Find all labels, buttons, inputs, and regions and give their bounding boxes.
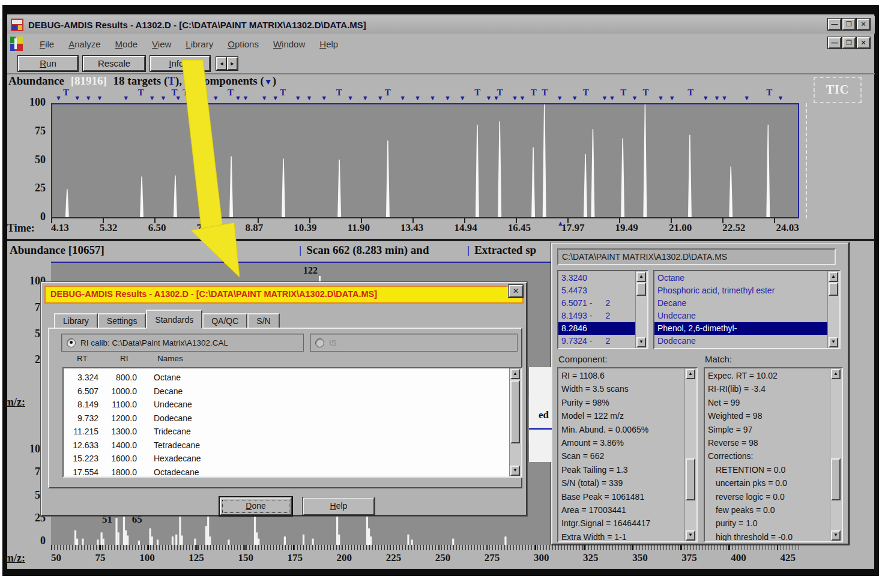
component-marker-icon: ▼ (74, 94, 80, 101)
menu-item[interactable]: Library (178, 37, 220, 51)
rt-list-item[interactable]: 3.3240 (558, 272, 647, 284)
compound-list-item[interactable]: Undecane (654, 310, 839, 322)
scroll-up-icon[interactable]: ▲ (636, 272, 646, 282)
scroll-down-icon[interactable]: ▼ (829, 337, 838, 347)
standards-row[interactable]: 11.215 1300.0 Tridecane (64, 425, 521, 439)
rt-list-item[interactable]: 6.5071 -2 (558, 297, 647, 310)
scroll-up-icon[interactable]: ▲ (829, 272, 838, 282)
standards-row[interactable]: 6.507 1000.0 Decane (64, 385, 521, 398)
mz-axis: 5075100125150175200225250275300325350375… (51, 552, 796, 564)
menu-item[interactable]: Mode (108, 37, 145, 51)
y-tick-label: 0 (40, 211, 46, 223)
mz-tick-label: 150 (238, 552, 253, 564)
menu-item[interactable]: Window (266, 37, 312, 51)
y-tick-label: 50 (35, 154, 46, 166)
rt-list-scrollbar[interactable]: ▲ ▼ (635, 271, 647, 348)
compound-list-item[interactable]: Octane (654, 272, 839, 284)
tic-mode-badge[interactable]: TIC (814, 77, 862, 103)
dialog-tab[interactable]: QA/QC (202, 313, 247, 329)
data-file-path[interactable]: C:\DATA\PAINT MATRIX\A1302.D\DATA.MS (557, 248, 836, 265)
spectrum-abundance-label: Abundance [10657] (10, 244, 104, 256)
dialog-tab[interactable]: Settings (98, 313, 146, 329)
scrollbar-thumb[interactable] (510, 380, 520, 443)
info-button[interactable]: Info... (150, 56, 210, 71)
standards-row[interactable]: 3.324 800.0 Octane (64, 371, 521, 385)
scrollbar-thumb[interactable] (831, 458, 841, 500)
close-button[interactable]: ✕ (857, 19, 870, 30)
component-detail-line: Scan = 662 (558, 449, 696, 463)
target-marker-icon: T (228, 88, 234, 98)
target-marker-icon: T (385, 88, 391, 98)
scroll-up-icon[interactable]: ▲ (831, 369, 841, 379)
rt-list-item[interactable]: 5.4473 (558, 284, 647, 297)
dialog-title-bar[interactable]: DEBUG-AMDIS Results - A1302.D - [C:\DATA… (44, 286, 524, 304)
scrollbar-thumb[interactable] (686, 458, 695, 500)
component-scrollbar[interactable]: ▲ ▼ (684, 368, 696, 541)
standards-row[interactable]: 12.633 1400.0 Tetradecane (64, 439, 521, 452)
standards-row[interactable]: 9.732 1200.0 Dodecane (64, 412, 521, 425)
mz-tick-label: 425 (780, 552, 796, 564)
target-marker-icon: T (138, 88, 144, 98)
component-marker-icon: ▼ (264, 77, 273, 86)
menu-item[interactable]: Options (220, 37, 266, 51)
scrollbar-thumb[interactable] (636, 283, 646, 296)
menu-item[interactable]: Help (312, 37, 345, 51)
run-button[interactable]: Run (18, 56, 78, 71)
dialog-tab[interactable]: Library (54, 313, 98, 329)
target-marker-icon: T (766, 88, 772, 98)
minimize-button[interactable]: — (828, 19, 841, 30)
target-marker-icon: T (63, 88, 69, 98)
scroll-down-icon[interactable]: ▼ (831, 530, 841, 541)
dialog-tab[interactable]: Standards (146, 310, 202, 329)
compound-list-scrollbar[interactable]: ▲ ▼ (827, 271, 839, 348)
mdi-close-button[interactable]: ✕ (857, 37, 870, 49)
rt-list-item[interactable]: 9.7324 -2 (558, 335, 647, 347)
menu-item[interactable]: View (145, 37, 178, 51)
component-marker-icon: ▼ (512, 94, 518, 101)
scroll-up-icon[interactable]: ▲ (510, 369, 520, 379)
scroll-up-icon[interactable]: ▲ (686, 369, 695, 379)
mz-tick-label: 375 (681, 552, 697, 564)
menu-item[interactable]: File (32, 37, 61, 51)
tic-chromatogram-plot[interactable] (51, 103, 799, 218)
standards-row[interactable]: 15.223 1600.0 Hexadecane (64, 452, 521, 466)
scrollbar-thumb[interactable] (829, 283, 838, 296)
standards-scrollbar[interactable]: ▲ ▼ (509, 368, 521, 476)
rt-list-item[interactable]: 8.2846 (558, 322, 647, 335)
mz-axis-ticks (51, 545, 799, 550)
scroll-down-icon[interactable]: ▼ (636, 337, 646, 347)
rt-list-item[interactable]: 8.1493 -2 (558, 310, 647, 322)
done-button[interactable]: Done (220, 497, 292, 515)
rescale-button[interactable]: Rescale (83, 56, 145, 71)
scroll-down-icon[interactable]: ▼ (510, 466, 520, 476)
match-scrollbar[interactable]: ▲ ▼ (830, 368, 842, 541)
compound-list-item[interactable]: Decane (654, 297, 839, 310)
scroll-down-icon[interactable]: ▼ (686, 530, 695, 541)
menu-item[interactable]: Analyze (61, 37, 107, 51)
compound-name-list: OctanePhosphoric acid, trimethyl esterDe… (653, 270, 841, 349)
standards-row[interactable]: 8.149 1100.0 Undecane (64, 398, 521, 412)
maximize-button[interactable]: ❒ (842, 19, 856, 30)
component-marker-icon: ▼ (743, 94, 750, 101)
component-marker-icon: ▼ (721, 94, 728, 101)
next-arrow-button[interactable]: ► (227, 57, 238, 70)
mdi-minimize-button[interactable]: — (828, 37, 841, 49)
standards-list: 3.324 800.0 Octane 6.507 1000.0 Decane 8… (62, 367, 522, 478)
component-marker-icon: ▼ (198, 94, 204, 101)
is-radio[interactable] (315, 338, 324, 347)
mdi-restore-button[interactable]: ❐ (842, 37, 856, 49)
abundance-max-value: [81916] (67, 74, 110, 87)
help-button[interactable]: Help (303, 497, 375, 515)
compound-list-item[interactable]: Dodecane (654, 335, 839, 347)
compound-list-item[interactable]: Phenol, 2,6-dimethyl- (654, 322, 839, 335)
prev-arrow-button[interactable]: ◄ (216, 57, 227, 70)
tic-y-axis: 1007550250 (8, 96, 46, 223)
component-marker-icon: ▼ (519, 94, 526, 101)
dialog-close-button[interactable]: ✕ (509, 285, 523, 298)
mz-tick-label: 275 (485, 552, 500, 564)
compound-list-item[interactable]: Phosphoric acid, trimethyl ester (654, 284, 839, 297)
base-peak-label: 122 (303, 265, 318, 276)
ri-calib-radio[interactable] (67, 338, 76, 347)
dialog-tab[interactable]: S/N (247, 313, 279, 329)
standards-row[interactable]: 17.554 1800.0 Octadecane (64, 466, 521, 478)
